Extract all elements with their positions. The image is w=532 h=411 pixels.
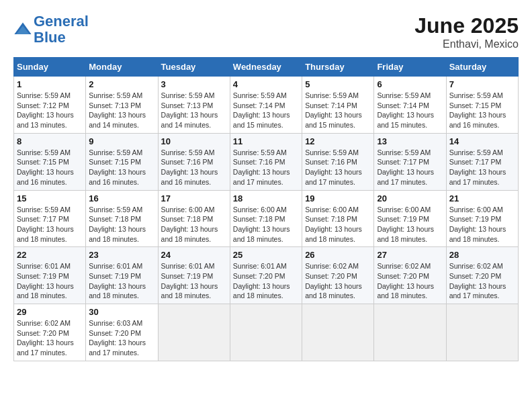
table-row: 24Sunrise: 6:01 AMSunset: 7:19 PMDayligh… <box>158 247 230 304</box>
table-row: 23Sunrise: 6:01 AMSunset: 7:19 PMDayligh… <box>86 247 158 304</box>
col-thursday: Thursday <box>302 58 374 77</box>
col-friday: Friday <box>374 58 446 77</box>
table-row: 19Sunrise: 6:00 AMSunset: 7:18 PMDayligh… <box>302 190 374 247</box>
table-row: 5Sunrise: 5:59 AMSunset: 7:14 PMDaylight… <box>302 77 374 134</box>
table-row <box>302 304 374 361</box>
table-row: 13Sunrise: 5:59 AMSunset: 7:17 PMDayligh… <box>374 133 446 190</box>
table-row: 29Sunrise: 6:02 AMSunset: 7:20 PMDayligh… <box>14 304 86 361</box>
table-row: 20Sunrise: 6:00 AMSunset: 7:19 PMDayligh… <box>374 190 446 247</box>
table-row: 8Sunrise: 5:59 AMSunset: 7:15 PMDaylight… <box>14 133 86 190</box>
table-row: 16Sunrise: 5:59 AMSunset: 7:18 PMDayligh… <box>86 190 158 247</box>
table-row: 11Sunrise: 5:59 AMSunset: 7:16 PMDayligh… <box>230 133 302 190</box>
logo-line2: Blue <box>34 29 66 46</box>
table-row: 6Sunrise: 5:59 AMSunset: 7:14 PMDaylight… <box>374 77 446 134</box>
table-row: 4Sunrise: 5:59 AMSunset: 7:14 PMDaylight… <box>230 77 302 134</box>
table-row: 14Sunrise: 5:59 AMSunset: 7:17 PMDayligh… <box>446 133 518 190</box>
col-monday: Monday <box>86 58 158 77</box>
col-tuesday: Tuesday <box>158 58 230 77</box>
table-row: 10Sunrise: 5:59 AMSunset: 7:16 PMDayligh… <box>158 133 230 190</box>
logo-text: General Blue <box>34 13 89 46</box>
logo: General Blue <box>13 13 89 46</box>
table-row: 27Sunrise: 6:02 AMSunset: 7:20 PMDayligh… <box>374 247 446 304</box>
table-row: 2Sunrise: 5:59 AMSunset: 7:13 PMDaylight… <box>86 77 158 134</box>
table-row: 17Sunrise: 6:00 AMSunset: 7:18 PMDayligh… <box>158 190 230 247</box>
logo-line1: General <box>34 13 89 30</box>
table-row <box>158 304 230 361</box>
table-row: 1Sunrise: 5:59 AMSunset: 7:12 PMDaylight… <box>14 77 86 134</box>
table-row <box>230 304 302 361</box>
table-row: 3Sunrise: 5:59 AMSunset: 7:13 PMDaylight… <box>158 77 230 134</box>
calendar-header-row: Sunday Monday Tuesday Wednesday Thursday… <box>14 58 519 77</box>
title-block: June 2025 Enthavi, Mexico <box>414 13 519 50</box>
location: Enthavi, Mexico <box>414 38 519 50</box>
table-row <box>374 304 446 361</box>
table-row: 28Sunrise: 6:02 AMSunset: 7:20 PMDayligh… <box>446 247 518 304</box>
table-row: 18Sunrise: 6:00 AMSunset: 7:18 PMDayligh… <box>230 190 302 247</box>
table-row: 26Sunrise: 6:02 AMSunset: 7:20 PMDayligh… <box>302 247 374 304</box>
table-row: 15Sunrise: 5:59 AMSunset: 7:17 PMDayligh… <box>14 190 86 247</box>
table-row: 12Sunrise: 5:59 AMSunset: 7:16 PMDayligh… <box>302 133 374 190</box>
col-wednesday: Wednesday <box>230 58 302 77</box>
month-title: June 2025 <box>414 13 519 38</box>
table-row: 9Sunrise: 5:59 AMSunset: 7:15 PMDaylight… <box>86 133 158 190</box>
col-saturday: Saturday <box>446 58 518 77</box>
table-row: 30Sunrise: 6:03 AMSunset: 7:20 PMDayligh… <box>86 304 158 361</box>
logo-icon <box>13 20 32 39</box>
table-row <box>446 304 518 361</box>
table-row: 7Sunrise: 5:59 AMSunset: 7:15 PMDaylight… <box>446 77 518 134</box>
table-row: 22Sunrise: 6:01 AMSunset: 7:19 PMDayligh… <box>14 247 86 304</box>
table-row: 21Sunrise: 6:00 AMSunset: 7:19 PMDayligh… <box>446 190 518 247</box>
calendar-table: Sunday Monday Tuesday Wednesday Thursday… <box>13 57 519 361</box>
page-header: General Blue June 2025 Enthavi, Mexico <box>13 13 519 50</box>
col-sunday: Sunday <box>14 58 86 77</box>
table-row: 25Sunrise: 6:01 AMSunset: 7:20 PMDayligh… <box>230 247 302 304</box>
